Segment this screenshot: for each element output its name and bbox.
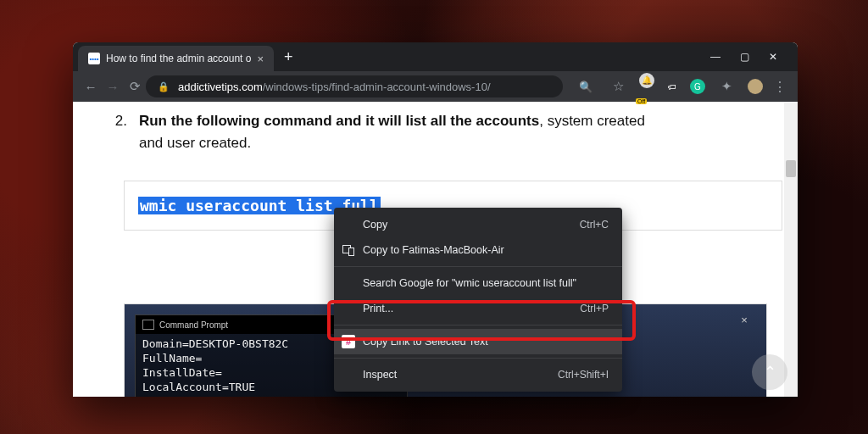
article-body: 2. Run the following command and it will… [73,102,798,155]
extensions-puzzle-icon[interactable]: ✦ [715,79,737,94]
menu-search-google[interactable]: Search Google for "wmic useraccount list… [334,270,622,296]
close-icon[interactable]: ✕ [767,51,779,63]
menu-label: Inspect [363,369,397,381]
url-path: /windows-tips/find-admin-account-windows… [263,81,491,93]
menu-print[interactable]: Print... Ctrl+P [334,296,622,321]
extension-grammarly-icon[interactable]: G [690,79,705,94]
profile-avatar[interactable] [748,79,763,94]
menu-shortcut: Ctrl+P [580,303,609,314]
tab-strip: •••• How to find the admin account o × +… [73,42,798,71]
address-bar: ← → ⟳ 🔒 addictivetips.com/windows-tips/f… [73,71,798,102]
svg-rect-1 [348,248,353,255]
menu-copy[interactable]: Copy Ctrl+C [334,212,622,237]
zoom-icon[interactable]: 🔍 [575,81,597,93]
menu-label: Copy Link to Selected Text [363,336,488,348]
close-tab-icon[interactable]: × [257,53,264,65]
hash-icon: # [342,335,355,348]
menu-inspect[interactable]: Inspect Ctrl+Shift+I [334,362,622,387]
scroll-to-top-button[interactable]: ⌃ [752,354,787,390]
devices-icon [342,243,355,257]
favicon-icon: •••• [88,53,100,64]
menu-label: Print... [363,303,393,314]
lock-icon: 🔒 [158,81,170,92]
browser-tab[interactable]: •••• How to find the admin account o × [78,46,274,71]
cmd-icon [142,320,154,330]
command-prompt-title: Command Prompt [159,320,228,330]
list-number: 2. [115,113,127,129]
menu-separator [334,358,622,359]
context-menu: Copy Ctrl+C Copy to Fatimas-MacBook-Air … [334,208,622,392]
tab-title: How to find the admin account o [106,53,251,64]
screenshot-close-icon: × [729,311,760,330]
menu-label: Copy [363,219,387,231]
menu-copy-link-selected-text[interactable]: # Copy Link to Selected Text [334,329,622,354]
forward-button[interactable]: → [102,80,124,94]
menu-separator [334,266,622,267]
maximize-icon[interactable]: ▢ [738,51,750,63]
scrollbar[interactable] [784,102,798,397]
extension-adblock[interactable]: 🔔 Off [639,73,654,101]
bookmark-star-icon[interactable]: ☆ [607,79,629,94]
back-button[interactable]: ← [80,80,102,94]
window-controls: — ▢ ✕ [696,51,793,71]
minimize-icon[interactable]: — [709,51,721,63]
menu-shortcut: Ctrl+Shift+I [558,369,609,381]
omnibox[interactable]: 🔒 addictivetips.com/windows-tips/find-ad… [146,75,563,97]
scrollbar-thumb[interactable] [786,160,796,177]
menu-separator [334,325,622,326]
menu-copy-to-device[interactable]: Copy to Fatimas-MacBook-Air [334,237,622,263]
reload-button[interactable]: ⟳ [124,79,146,94]
menu-shortcut: Ctrl+C [580,219,609,231]
menu-label: Copy to Fatimas-MacBook-Air [363,244,504,256]
toolbar-extensions: 🔍 ☆ 🔔 Off 🏷 G ✦ ⋮ [563,73,791,101]
extension-tag-icon[interactable]: 🏷 [665,79,680,94]
menu-label: Search Google for "wmic useraccount list… [363,277,576,289]
url-domain: addictivetips.com [178,81,263,93]
menu-dots-icon[interactable]: ⋮ [773,79,786,95]
new-tab-button[interactable]: + [274,48,303,71]
instruction-bold: Run the following command and it will li… [139,113,539,129]
